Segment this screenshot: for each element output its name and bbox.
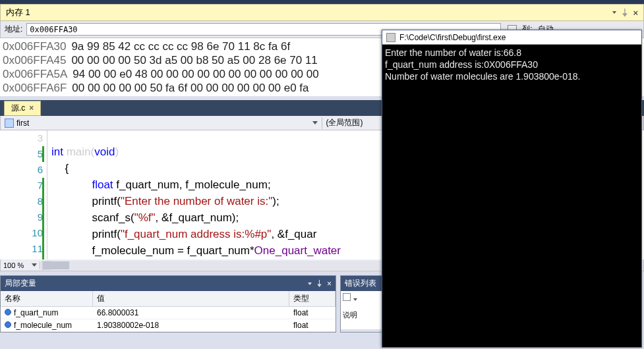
zoom-combo[interactable]: 100 % xyxy=(1,261,40,269)
tab-close-icon[interactable]: × xyxy=(29,103,34,113)
close-icon[interactable]: × xyxy=(327,279,332,288)
variable-icon xyxy=(5,309,11,315)
project-icon xyxy=(5,119,14,128)
dropdown-icon[interactable] xyxy=(353,298,357,301)
error-desc-label: 说明 xyxy=(343,311,357,319)
locals-panel-header: 局部变量 × xyxy=(1,276,336,291)
error-list-title: 错误列表 xyxy=(345,278,376,289)
memory-panel-title: 内存 1 xyxy=(6,7,30,18)
scrollbar-thumb[interactable] xyxy=(43,261,69,269)
col-name[interactable]: 名称 xyxy=(1,291,93,306)
console-title: F:\Code\C\first\Debug\first.exe xyxy=(399,33,506,42)
table-row[interactable]: f_molecule_num 1.90380002e-018 float xyxy=(1,319,336,332)
close-icon[interactable]: × xyxy=(633,8,638,18)
locals-panel: 局部变量 × 名称 值 类型 f_quart_num 66.8000031 fl… xyxy=(0,275,336,333)
console-window[interactable]: F:\Code\C\first\Debug\first.exe Enter th… xyxy=(382,30,642,348)
console-output: Enter the number of water is:66.8 f_quar… xyxy=(382,45,641,86)
tab-source[interactable]: 源.c × xyxy=(4,101,41,116)
app-icon xyxy=(386,33,395,42)
scope-combo-project[interactable]: first xyxy=(1,117,322,129)
memory-panel-title-bar: 内存 1 × xyxy=(0,4,644,21)
col-value[interactable]: 值 xyxy=(93,291,289,306)
locals-title: 局部变量 xyxy=(5,278,36,289)
pin-icon[interactable] xyxy=(620,9,629,17)
table-row[interactable]: f_quart_num 66.8000031 float xyxy=(1,307,336,319)
chevron-down-icon xyxy=(32,263,37,267)
dropdown-icon[interactable] xyxy=(612,11,616,14)
chevron-down-icon xyxy=(312,121,318,124)
locals-table: 名称 值 类型 f_quart_num 66.8000031 float f_m… xyxy=(1,291,336,332)
code-area[interactable]: int main(void) { float f_quart_num, f_mo… xyxy=(47,130,347,257)
line-gutter: 3 5 6 7 8 9 10 11 12 13 xyxy=(0,130,47,259)
console-title-bar[interactable]: F:\Code\C\first\Debug\first.exe xyxy=(382,30,641,45)
tab-label: 源.c xyxy=(11,103,25,114)
variable-icon xyxy=(5,321,11,328)
filter-icon[interactable] xyxy=(343,293,351,301)
col-type[interactable]: 类型 xyxy=(289,291,336,306)
locals-table-header: 名称 值 类型 xyxy=(1,291,336,307)
dropdown-icon[interactable] xyxy=(308,282,312,285)
address-label: 地址: xyxy=(5,24,22,35)
pin-icon[interactable] xyxy=(316,280,323,287)
